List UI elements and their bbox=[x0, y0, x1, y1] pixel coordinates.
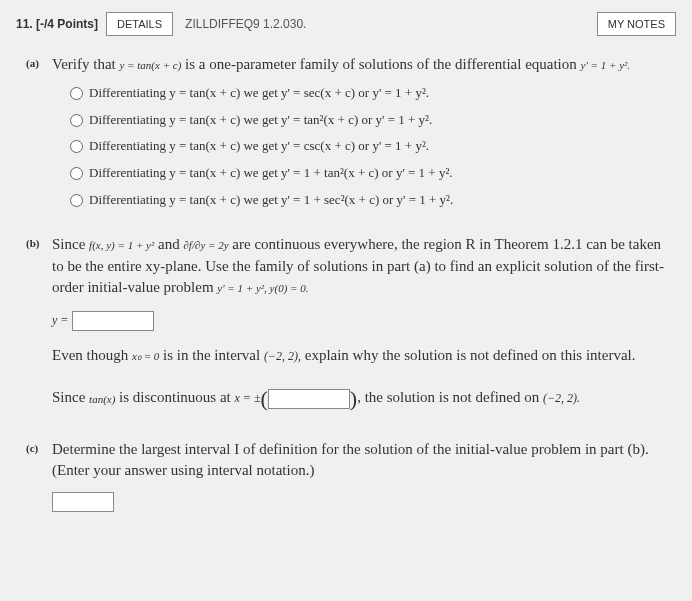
eq-de: y' = 1 + y². bbox=[581, 59, 631, 71]
part-a: (a) Verify that y = tan(x + c) is a one-… bbox=[26, 54, 666, 216]
option-text: Differentiating y = tan(x + c) we get y'… bbox=[89, 164, 453, 183]
radio-icon[interactable] bbox=[70, 167, 83, 180]
eq-x-equals-pm: x = ± bbox=[235, 391, 261, 405]
option-text: Differentiating y = tan(x + c) we get y'… bbox=[89, 137, 429, 156]
interval-minus2-2-b: (−2, 2). bbox=[543, 391, 580, 405]
part-c-label: (c) bbox=[26, 439, 52, 512]
part-b-body: Since f(x, y) = 1 + y² and ∂f/∂y = 2y ar… bbox=[52, 234, 666, 421]
part-a-label: (a) bbox=[26, 54, 52, 216]
part-c-body: Determine the largest interval I of defi… bbox=[52, 439, 666, 512]
details-button[interactable]: DETAILS bbox=[106, 12, 173, 36]
eq-dfdy: ∂f/∂y = 2y bbox=[183, 239, 228, 251]
radio-icon[interactable] bbox=[70, 194, 83, 207]
eq-tanx: tan(x) bbox=[89, 393, 115, 405]
part-b: (b) Since f(x, y) = 1 + y² and ∂f/∂y = 2… bbox=[26, 234, 666, 421]
option-1[interactable]: Differentiating y = tan(x + c) we get y'… bbox=[70, 84, 666, 103]
part-a-body: Verify that y = tan(x + c) is a one-para… bbox=[52, 54, 666, 216]
option-4[interactable]: Differentiating y = tan(x + c) we get y'… bbox=[70, 164, 666, 183]
option-text: Differentiating y = tan(x + c) we get y'… bbox=[89, 84, 429, 103]
option-5[interactable]: Differentiating y = tan(x + c) we get y'… bbox=[70, 191, 666, 210]
part-b-label: (b) bbox=[26, 234, 52, 421]
header-row: 11. [-/4 Points] DETAILS ZILLDIFFEQ9 1.2… bbox=[16, 12, 676, 36]
option-2[interactable]: Differentiating y = tan(x + c) we get y'… bbox=[70, 111, 666, 130]
option-text: Differentiating y = tan(x + c) we get y'… bbox=[89, 191, 453, 210]
part-c: (c) Determine the largest interval I of … bbox=[26, 439, 666, 512]
paren-open-icon: ( bbox=[261, 386, 268, 411]
eq-x0: x₀ = 0 bbox=[132, 350, 159, 362]
radio-icon[interactable] bbox=[70, 140, 83, 153]
question-number: 11. [-/4 Points] bbox=[16, 17, 98, 31]
eq-ivp: y' = 1 + y², y(0) = 0. bbox=[217, 282, 308, 294]
source-label: ZILLDIFFEQ9 1.2.030. bbox=[185, 17, 306, 31]
eq-fxy: f(x, y) = 1 + y² bbox=[89, 239, 154, 251]
paren-close-icon: ) bbox=[350, 386, 357, 411]
answer-input-y[interactable] bbox=[72, 311, 154, 331]
my-notes-button[interactable]: MY NOTES bbox=[597, 12, 676, 36]
option-3[interactable]: Differentiating y = tan(x + c) we get y'… bbox=[70, 137, 666, 156]
interval-minus2-2: (−2, 2), bbox=[264, 349, 301, 363]
answer-input-interval[interactable] bbox=[52, 492, 114, 512]
option-text: Differentiating y = tan(x + c) we get y'… bbox=[89, 111, 432, 130]
y-equals-label: y = bbox=[52, 313, 68, 327]
radio-icon[interactable] bbox=[70, 87, 83, 100]
radio-icon[interactable] bbox=[70, 114, 83, 127]
answer-input-discontinuity[interactable] bbox=[268, 389, 350, 409]
eq-y-tan: y = tan(x + c) bbox=[119, 59, 181, 71]
question-container: 11. [-/4 Points] DETAILS ZILLDIFFEQ9 1.2… bbox=[0, 0, 692, 534]
